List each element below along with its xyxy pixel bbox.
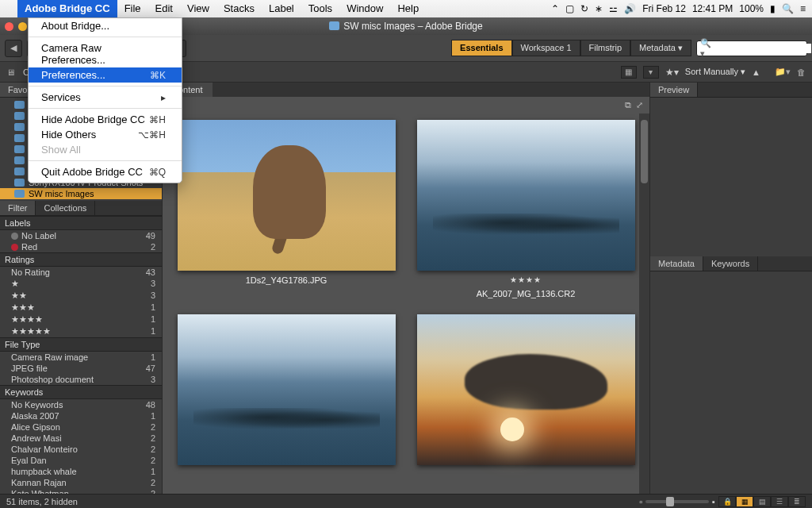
sort-direction-button[interactable]: ▲	[752, 67, 760, 77]
workspace-metadata[interactable]: Metadata ▾	[630, 40, 691, 56]
menu-tools[interactable]: Tools	[301, 0, 339, 17]
menu-camera-raw-prefs[interactable]: Camera Raw Preferences...	[29, 40, 182, 67]
thumbnail[interactable]: ★★★★AK_2007_MG_1136.CR2	[413, 120, 638, 298]
workspace-essentials[interactable]: Essentials	[451, 40, 511, 56]
folder-icon	[14, 134, 25, 142]
thumbnail-image[interactable]	[417, 120, 635, 271]
thumb-size-slider[interactable]	[645, 500, 709, 503]
filter-row[interactable]: ★★★★★1	[0, 325, 162, 337]
thumbnail[interactable]: 1Ds2_Y4G1786.JPG	[174, 120, 399, 298]
new-window-icon[interactable]: ⧉	[625, 100, 631, 110]
battery-icon[interactable]: ▮	[770, 3, 776, 14]
filter-row[interactable]: ★★3	[0, 290, 162, 302]
menu-stacks[interactable]: Stacks	[216, 0, 262, 17]
filter-row[interactable]: Alaska 20071	[0, 410, 162, 421]
filter-row[interactable]: ★★★★1	[0, 314, 162, 325]
menu-file[interactable]: File	[117, 0, 148, 17]
thumbnail-area[interactable]: 1Ds2_Y4G1786.JPG★★★★AK_2007_MG_1136.CR2	[163, 114, 649, 494]
filter-section-header[interactable]: Keywords	[0, 385, 162, 399]
expand-icon[interactable]: ⤢	[636, 100, 643, 110]
time[interactable]: 12:41 PM	[692, 3, 733, 14]
filter-row[interactable]: No Keywords48	[0, 399, 162, 410]
menu-quit[interactable]: Quit Adobe Bridge CC⌘Q	[29, 164, 182, 179]
filter-row[interactable]: ★★★1	[0, 302, 162, 314]
thumbnail[interactable]	[174, 314, 399, 465]
thumbnail-image[interactable]	[417, 314, 635, 465]
tab-filter[interactable]: Filter	[0, 201, 36, 215]
folder-item[interactable]: SW misc Images	[0, 188, 162, 199]
filter-section-header[interactable]: Ratings	[0, 252, 162, 267]
tab-preview[interactable]: Preview	[650, 83, 698, 97]
search-input[interactable]	[714, 44, 811, 53]
menu-view[interactable]: View	[180, 0, 216, 17]
filter-row[interactable]: Andrew Masi2	[0, 433, 162, 444]
tab-collections[interactable]: Collections	[36, 201, 95, 215]
filter-row[interactable]: Kate Whatman2	[0, 488, 162, 494]
thumb-smaller-button[interactable]: ▫	[639, 497, 642, 506]
menu-services[interactable]: Services▸	[29, 90, 182, 105]
content-panel: Content ⧉ ⤢ 1Ds2_Y4G1786.JPG★★★★AK_2007_…	[163, 83, 649, 494]
menu-help[interactable]: Help	[390, 0, 426, 17]
search-field[interactable]: 🔍▾	[696, 40, 807, 56]
dropbox-icon[interactable]: ⌃	[551, 3, 559, 14]
menu-label[interactable]: Label	[262, 0, 301, 17]
filter-row[interactable]: JPEG file47	[0, 363, 162, 374]
filter-row[interactable]: No Label49	[0, 230, 162, 241]
content-scrollbar[interactable]	[639, 114, 649, 494]
filter-row[interactable]: No Rating43	[0, 267, 162, 278]
computer-icon[interactable]: 🖥	[6, 67, 15, 77]
bluetooth-icon[interactable]: ∗	[595, 3, 603, 14]
battery-percent[interactable]: 100%	[739, 3, 764, 14]
menu-app[interactable]: Adobe Bridge CC	[17, 0, 117, 17]
tab-keywords[interactable]: Keywords	[703, 256, 758, 271]
sync-icon[interactable]: ↻	[580, 3, 588, 14]
thumbnail[interactable]	[413, 314, 638, 465]
airplay-icon[interactable]: ▢	[565, 3, 574, 14]
view-options-button[interactable]: ▾	[643, 66, 659, 79]
menu-about-bridge[interactable]: About Bridge...	[29, 18, 182, 33]
folder-icon	[14, 145, 25, 153]
back-button[interactable]: ◀	[5, 40, 22, 57]
filter-star-button[interactable]: ★▾	[665, 67, 679, 78]
folder-label: SW misc Images	[29, 189, 94, 198]
spotlight-icon[interactable]: 🔍	[782, 3, 794, 14]
filter-panel: LabelsNo Label49Red2RatingsNo Rating43★3…	[0, 216, 162, 494]
filter-row[interactable]: Eyal Dan2	[0, 455, 162, 466]
menu-window[interactable]: Window	[339, 0, 390, 17]
filter-tabs: Filter Collections	[0, 201, 162, 216]
trash-button[interactable]: 🗑	[797, 67, 806, 77]
volume-icon[interactable]: 🔊	[624, 3, 636, 14]
notifications-icon[interactable]: ≡	[800, 3, 806, 14]
filter-row[interactable]: Photoshop document3	[0, 374, 162, 385]
filter-row[interactable]: Kannan Rajan2	[0, 477, 162, 488]
menu-hide-others[interactable]: Hide Others⌥⌘H	[29, 127, 182, 142]
workspace-1[interactable]: Workspace 1	[512, 40, 580, 56]
date[interactable]: Fri Feb 12	[642, 3, 686, 14]
menu-edit[interactable]: Edit	[148, 0, 180, 17]
view-grid-button[interactable]: ▦	[621, 66, 637, 79]
thumbnail-image[interactable]	[178, 314, 396, 465]
menu-hide-bridge[interactable]: Hide Adobe Bridge CC⌘H	[29, 112, 182, 127]
menu-preferences[interactable]: Preferences...⌘K	[29, 67, 182, 83]
filter-section-header[interactable]: Labels	[0, 216, 162, 230]
workspace-filmstrip[interactable]: Filmstrip	[580, 40, 631, 56]
sort-dropdown[interactable]: Sort Manually ▾	[685, 67, 745, 77]
view-mode-list[interactable]: ≣	[788, 496, 806, 507]
view-mode-thumb[interactable]: ▤	[753, 496, 771, 507]
filter-row[interactable]: ★3	[0, 278, 162, 290]
filter-section-header[interactable]: File Type	[0, 337, 162, 352]
new-folder-button[interactable]: 📁▾	[775, 67, 791, 77]
view-mode-lock[interactable]: 🔒	[718, 496, 736, 507]
thumb-larger-button[interactable]: ▪	[712, 497, 715, 506]
wifi-icon[interactable]: ⚍	[609, 3, 618, 14]
thumbnail-image[interactable]	[178, 120, 396, 271]
view-mode-grid[interactable]: ▦	[736, 496, 753, 507]
tab-metadata[interactable]: Metadata	[650, 256, 703, 271]
filter-row[interactable]: Alice Gipson2	[0, 421, 162, 433]
view-mode-details[interactable]: ☰	[771, 496, 788, 507]
filter-row[interactable]: Chalvar Monteiro2	[0, 444, 162, 455]
metadata-area	[650, 271, 812, 494]
filter-row[interactable]: Camera Raw image1	[0, 352, 162, 363]
filter-row[interactable]: humpback whale1	[0, 466, 162, 477]
filter-row[interactable]: Red2	[0, 241, 162, 252]
